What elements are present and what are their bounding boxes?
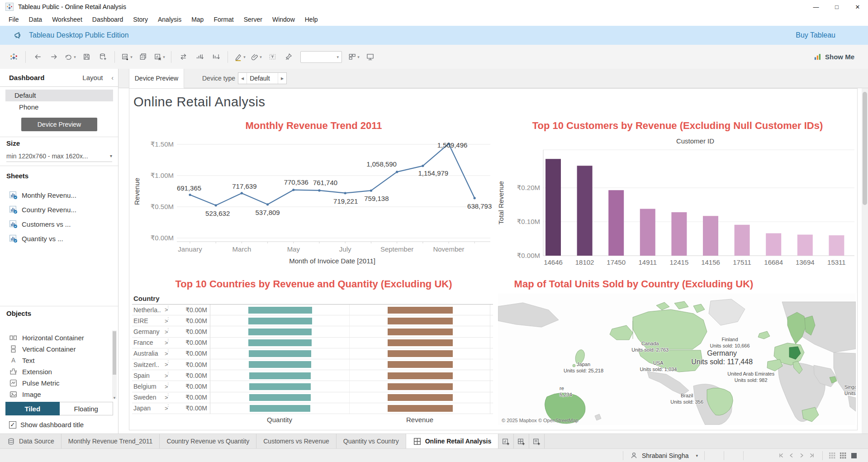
- save-button[interactable]: [80, 50, 93, 64]
- chart-units-sold-map[interactable]: Map of Total Units Sold by Country (Excl…: [498, 272, 857, 430]
- show-me-button[interactable]: Show Me: [813, 52, 854, 61]
- expand-icon[interactable]: >:: [165, 317, 175, 324]
- expand-icon[interactable]: >:: [165, 361, 175, 368]
- expand-icon[interactable]: >:: [165, 405, 175, 412]
- object-item-text[interactable]: AText: [9, 355, 104, 366]
- object-item-vertical-container[interactable]: Vertical Container: [9, 343, 104, 354]
- user-account-menu[interactable]: Shrabani Singha ▾: [623, 451, 704, 460]
- view-split-icon[interactable]: [840, 452, 846, 459]
- chart-monthly-revenue-trend[interactable]: Monthly Revenue Trend 2011 ₹0.00M₹0.50M₹…: [129, 114, 498, 272]
- fit-selector[interactable]: ▾: [300, 51, 342, 63]
- sheet-tab-online-retail-analysis[interactable]: Online Retail Analysis: [406, 434, 499, 448]
- menu-item-dashboard[interactable]: Dashboard: [87, 14, 128, 26]
- sheet-tab-customers-vs-revenue[interactable]: Customers vs Revenue: [256, 434, 337, 448]
- expand-icon[interactable]: >:: [165, 394, 175, 401]
- spinner-left-icon[interactable]: ◀: [238, 76, 247, 81]
- clear-sheet-button[interactable]: ▾: [152, 50, 166, 64]
- device-type-selector[interactable]: ◀ Default ▶: [238, 72, 287, 84]
- expand-icon[interactable]: >:: [165, 372, 175, 379]
- sheet-item-4[interactable]: Quantity vs ...: [9, 233, 109, 244]
- collapse-panel-icon[interactable]: ‹: [111, 74, 114, 81]
- tab-dashboard[interactable]: Dashboard: [4, 74, 50, 81]
- back-button[interactable]: [31, 50, 44, 64]
- object-item-image[interactable]: Image: [9, 389, 104, 400]
- menu-item-worksheet[interactable]: Worksheet: [47, 14, 87, 26]
- chart-top-countries[interactable]: Top 10 Countries by Revenue and Quantity…: [129, 272, 498, 430]
- object-item-extension[interactable]: Extension: [9, 366, 104, 377]
- menu-item-story[interactable]: Story: [128, 14, 153, 26]
- chart-top-customers[interactable]: Top 10 Customers by Revenue (Excluding N…: [498, 114, 857, 272]
- table-row-spain[interactable]: Spain>:₹0.00M: [132, 370, 493, 381]
- table-row-eire[interactable]: EIRE>:₹0.00M: [132, 315, 493, 326]
- expand-icon[interactable]: >:: [165, 339, 175, 346]
- new-story-tab-button[interactable]: [529, 434, 545, 448]
- duplicate-button[interactable]: [136, 50, 150, 64]
- highlight-button[interactable]: ▾: [233, 50, 247, 64]
- tab-layout[interactable]: Layout: [77, 74, 108, 81]
- menu-item-help[interactable]: Help: [300, 14, 323, 26]
- minimize-button[interactable]: —: [806, 0, 826, 14]
- size-dropdown[interactable]: min 1220x760 - max 1620x... ▾: [6, 150, 112, 162]
- device-preview-tab[interactable]: Device Preview: [129, 69, 184, 88]
- sheet-tab-data-source[interactable]: Data Source: [0, 434, 62, 448]
- nav-first-icon[interactable]: [778, 452, 784, 458]
- expand-icon[interactable]: >:: [165, 328, 175, 335]
- object-item-pulse-metric[interactable]: Pulse Metric: [9, 377, 104, 388]
- text-box-button[interactable]: [266, 50, 279, 64]
- view-grid-icon[interactable]: [829, 452, 835, 459]
- sheet-navigation[interactable]: [771, 452, 822, 458]
- menu-item-format[interactable]: Format: [209, 14, 238, 26]
- device-option-phone[interactable]: Phone: [5, 101, 113, 113]
- show-dashboard-title-checkbox[interactable]: ✓: [9, 421, 16, 429]
- buy-tableau-link[interactable]: Buy Tableau: [796, 31, 835, 39]
- sheet-item-1[interactable]: Monthly Revenu...: [9, 189, 109, 201]
- menu-item-analysis[interactable]: Analysis: [153, 14, 186, 26]
- show-cards-button[interactable]: ▾: [347, 50, 360, 64]
- nav-prev-icon[interactable]: [788, 452, 794, 458]
- presentation-button[interactable]: [363, 50, 377, 64]
- sheet-tab-monthly-revenue-trend-2011[interactable]: Monthly Revenue Trend_2011: [62, 434, 160, 448]
- nav-last-icon[interactable]: [809, 452, 815, 458]
- sheet-tab-country-revenue-vs-quantity[interactable]: Country Revenue vs Quantity: [160, 434, 256, 448]
- menu-item-file[interactable]: File: [4, 14, 24, 26]
- sort-descending-button[interactable]: [209, 50, 223, 64]
- table-row-japan[interactable]: Japan>:₹0.00M: [132, 403, 493, 414]
- expand-icon[interactable]: >:: [165, 306, 175, 313]
- table-row-france[interactable]: France>:₹0.00M: [132, 338, 493, 348]
- maximize-button[interactable]: □: [826, 0, 847, 14]
- vertical-scrollbar[interactable]: [862, 88, 868, 433]
- forward-button[interactable]: [47, 50, 61, 64]
- expand-icon[interactable]: >:: [165, 383, 175, 390]
- table-row-netherla[interactable]: Netherla..>:₹0.00M: [132, 305, 493, 315]
- table-row-germany[interactable]: Germany>:₹0.00M: [132, 326, 493, 337]
- new-worksheet-button[interactable]: ▾: [120, 50, 133, 64]
- close-button[interactable]: ✕: [847, 0, 868, 14]
- tiled-button[interactable]: Tiled: [5, 402, 60, 415]
- world-map[interactable]: CanadaUnits sold: 2,763USAUnits sold: 1,…: [498, 294, 856, 425]
- table-row-switzerl[interactable]: Switzerl..>:₹0.00M: [132, 359, 493, 370]
- pin-button[interactable]: [282, 50, 295, 64]
- view-mode-buttons[interactable]: [823, 452, 863, 459]
- new-worksheet-tab-button[interactable]: [498, 434, 514, 448]
- object-item-horizontal-container[interactable]: Horizontal Container: [9, 332, 104, 343]
- nav-next-icon[interactable]: [799, 452, 805, 458]
- table-row-belgium[interactable]: Belgium>:₹0.00M: [132, 381, 493, 392]
- sort-ascending-button[interactable]: [193, 50, 206, 64]
- device-option-default[interactable]: Default: [5, 90, 113, 101]
- redo-button[interactable]: ▾: [63, 50, 77, 64]
- view-full-icon[interactable]: [851, 452, 857, 459]
- menu-item-map[interactable]: Map: [186, 14, 209, 26]
- menu-item-data[interactable]: Data: [24, 14, 47, 26]
- new-dashboard-tab-button[interactable]: [514, 434, 529, 448]
- spinner-right-icon[interactable]: ▶: [278, 76, 286, 81]
- menu-item-window[interactable]: Window: [267, 14, 300, 26]
- link-button[interactable]: ▾: [249, 50, 263, 64]
- sheet-tab-quantity-vs-country[interactable]: Quantity vs Country: [337, 434, 406, 448]
- tableau-logo-button[interactable]: [7, 50, 20, 64]
- floating-button[interactable]: Floating: [60, 402, 114, 415]
- objects-scrollbar[interactable]: ▼: [112, 330, 117, 399]
- device-preview-button[interactable]: Device Preview: [21, 118, 97, 131]
- table-row-sweden[interactable]: Sweden>:₹0.00M: [132, 392, 493, 403]
- swap-button[interactable]: [176, 50, 190, 64]
- table-row-australia[interactable]: Australia>:₹0.00M: [132, 348, 493, 359]
